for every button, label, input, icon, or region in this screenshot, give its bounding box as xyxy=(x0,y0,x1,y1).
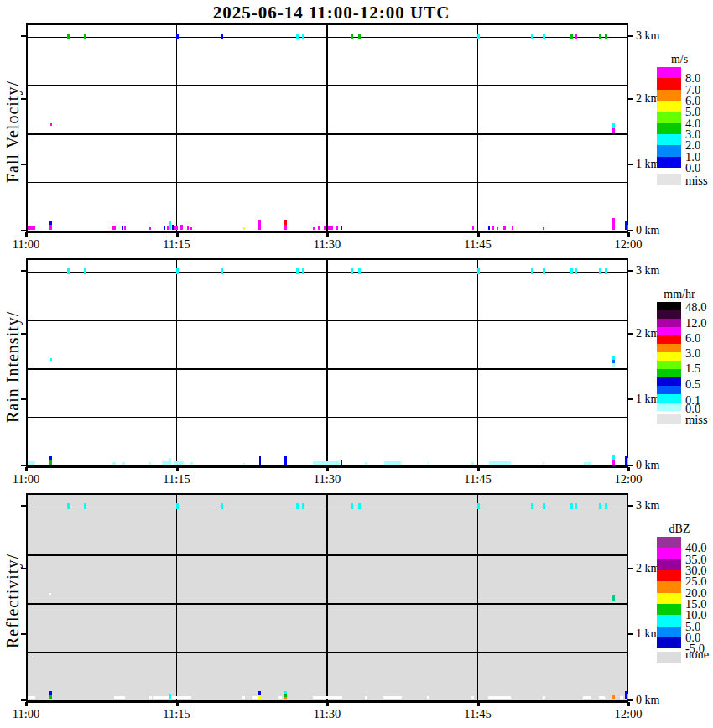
mark-segment xyxy=(471,696,474,699)
height-tick-right xyxy=(628,633,633,635)
data-mark xyxy=(612,595,615,601)
x-tick-label: 11:00 xyxy=(6,237,46,252)
colorbar-missing-cell xyxy=(657,174,681,185)
x-tick xyxy=(627,702,630,706)
colorbar-cell xyxy=(657,157,681,168)
x-tick-label: 12:00 xyxy=(608,472,648,486)
height-tick-left xyxy=(21,398,26,400)
mark-segment xyxy=(488,696,511,699)
height-tick-left xyxy=(21,333,26,335)
data-mark xyxy=(365,696,367,699)
data-mark xyxy=(612,695,615,699)
data-mark xyxy=(28,226,35,230)
colorbar-title: mm/hr xyxy=(650,288,709,301)
mark-segment xyxy=(351,268,353,274)
mark-segment xyxy=(570,268,573,274)
mark-segment xyxy=(543,227,544,230)
mark-segment xyxy=(149,696,152,699)
data-mark xyxy=(543,462,544,465)
data-mark xyxy=(340,696,342,699)
colorbar-title: dBZ xyxy=(650,523,709,536)
height-tick-label: 0 km xyxy=(636,459,659,472)
mark-segment xyxy=(336,226,338,230)
data-mark xyxy=(318,226,320,230)
data-mark xyxy=(543,34,545,39)
colorbar-cell xyxy=(657,615,681,626)
mark-segment xyxy=(67,503,70,509)
data-mark xyxy=(174,461,184,465)
data-mark xyxy=(570,34,573,39)
data-mark xyxy=(313,227,315,230)
colorbar-label: 3.0 xyxy=(685,346,700,361)
data-mark xyxy=(153,696,191,699)
colorbar-cell xyxy=(657,134,681,145)
panel2-ylabel: Rain Intensity/ xyxy=(3,262,23,471)
mark-segment xyxy=(489,461,511,465)
data-mark xyxy=(164,226,165,230)
data-mark xyxy=(313,461,340,465)
mark-segment xyxy=(180,225,183,230)
colorbar-missing-label: miss xyxy=(685,413,708,427)
mark-segment xyxy=(570,34,573,39)
height-tick-right xyxy=(628,398,633,400)
colorbar-cell xyxy=(657,386,681,394)
data-mark xyxy=(428,462,429,465)
time-gridline xyxy=(326,495,328,700)
mark-segment xyxy=(365,462,367,465)
height-tick-label: 3 km xyxy=(636,264,659,278)
colorbar-cell xyxy=(657,335,681,344)
colorbar-cell xyxy=(657,78,681,89)
height-tick-label: 3 km xyxy=(636,499,659,512)
mark-segment xyxy=(620,696,623,699)
data-mark xyxy=(543,268,545,274)
data-mark xyxy=(599,503,601,509)
mark-segment xyxy=(313,461,340,465)
data-mark xyxy=(341,460,342,465)
mark-segment xyxy=(497,227,498,230)
data-mark xyxy=(427,696,429,699)
data-mark xyxy=(67,268,70,274)
mark-segment xyxy=(488,226,490,230)
mark-segment xyxy=(258,220,261,230)
mark-segment xyxy=(278,696,282,699)
data-mark xyxy=(492,226,494,230)
data-mark xyxy=(358,268,361,274)
mark-segment xyxy=(296,34,299,39)
data-mark xyxy=(599,34,601,39)
plot-panel-1 xyxy=(26,23,628,233)
data-mark xyxy=(149,696,152,699)
data-mark xyxy=(302,503,304,509)
mark-segment xyxy=(512,226,513,230)
colorbar-title: m/s xyxy=(650,53,709,66)
data-mark xyxy=(284,456,287,465)
mark-segment xyxy=(149,227,151,230)
colorbar-cell xyxy=(657,570,681,581)
mark-segment xyxy=(50,358,52,361)
x-tick-label: 11:45 xyxy=(458,472,498,486)
x-tick xyxy=(25,702,28,706)
mark-segment xyxy=(284,697,287,699)
data-mark xyxy=(67,34,70,39)
x-tick xyxy=(627,232,630,237)
colorbar-cell xyxy=(657,327,681,335)
data-mark xyxy=(313,696,340,699)
mark-segment xyxy=(153,696,191,699)
mark-segment xyxy=(477,268,480,274)
data-mark xyxy=(612,356,615,367)
data-mark xyxy=(190,227,192,230)
mark-segment xyxy=(169,221,171,230)
colorbar-cell xyxy=(657,581,681,592)
data-mark xyxy=(477,268,480,274)
mark-segment xyxy=(164,226,165,230)
mark-segment xyxy=(302,268,304,274)
mark-segment xyxy=(543,268,545,274)
colorbar-cell xyxy=(657,352,681,361)
data-mark xyxy=(531,268,533,274)
mark-segment xyxy=(358,34,361,39)
colorbar-label: 1.5 xyxy=(685,361,700,376)
mrr-quicklook-figure: 2025-06-14 11:00-12:00 UTC Fall Velocity… xyxy=(0,0,713,728)
mark-segment xyxy=(531,268,533,274)
mark-segment xyxy=(318,226,320,230)
colorbar-label: 6.0 xyxy=(685,331,700,346)
height-tick-left xyxy=(21,164,26,165)
